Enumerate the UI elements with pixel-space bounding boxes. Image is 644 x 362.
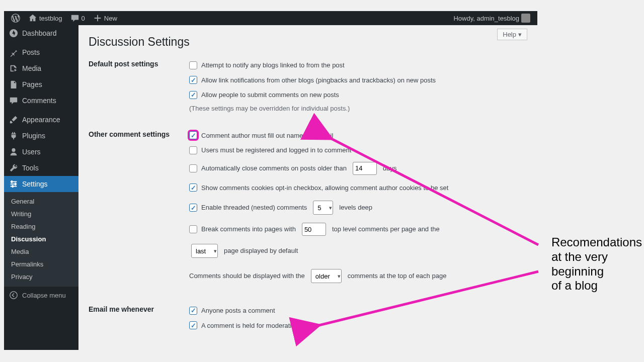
submenu-permalinks[interactable]: Permalinks <box>4 258 78 270</box>
checkbox-allow-comments[interactable] <box>189 91 197 99</box>
submenu-media[interactable]: Media <box>4 245 78 258</box>
media-icon <box>9 64 18 73</box>
svg-point-0 <box>10 292 17 299</box>
wordpress-icon <box>11 14 20 23</box>
page-title: Discussion Settings <box>89 25 527 58</box>
checkbox-notify-blogs[interactable] <box>189 61 197 69</box>
collapse-icon <box>9 291 18 300</box>
menu-label: Comments <box>22 97 56 105</box>
comments-link[interactable]: 0 <box>66 11 89 25</box>
submenu-privacy[interactable]: Privacy <box>4 270 78 283</box>
section-heading: Other comment settings <box>89 128 189 138</box>
select-thread-depth[interactable]: 5 <box>313 201 333 215</box>
input-autoclose-days[interactable] <box>353 162 377 175</box>
opt-label-post: levels deep <box>339 203 372 213</box>
annotation-text: Recomendations at the very beginning of … <box>551 235 642 293</box>
wrench-icon <box>9 163 18 172</box>
opt-label: Comment author must fill out name and em… <box>201 131 333 141</box>
section-other-comment: Other comment settings Comment author mu… <box>89 128 527 288</box>
collapse-label: Collapse menu <box>22 292 66 299</box>
menu-label: Media <box>22 64 41 72</box>
new-content-link[interactable]: New <box>89 11 121 25</box>
select-comment-order[interactable]: older <box>311 269 342 283</box>
collapse-menu[interactable]: Collapse menu <box>4 286 78 304</box>
checkbox-name-email[interactable] <box>189 131 197 139</box>
menu-label: Posts <box>22 48 40 56</box>
menu-comments[interactable]: Comments <box>4 93 78 109</box>
checkbox-email-anyone[interactable] <box>189 307 197 315</box>
opt-label: Allow link notifications from other blog… <box>201 75 436 85</box>
section-email: Email me whenever Anyone posts a comment… <box>89 303 527 333</box>
menu-settings[interactable]: Settings <box>4 176 78 192</box>
help-tab[interactable]: Help ▾ <box>497 29 527 40</box>
opt-label-post: page displayed by default <box>224 246 298 256</box>
menu-posts[interactable]: Posts <box>4 44 78 60</box>
opt-label-pre: Break comments into pages with <box>201 224 296 234</box>
opt-label-pre: Comments should be displayed with the <box>189 271 305 281</box>
my-account-link[interactable]: Howdy, admin_tesblog <box>449 11 534 25</box>
settings-submenu: General Writing Reading Discussion Media… <box>4 192 78 286</box>
opt-label-post: days <box>383 163 396 173</box>
greeting-label: Howdy, admin_tesblog <box>453 15 519 22</box>
opt-label-pre: Enable threaded (nested) comments <box>201 203 307 213</box>
submenu-discussion[interactable]: Discussion <box>4 233 78 245</box>
menu-label: Plugins <box>22 132 45 140</box>
dashboard-icon <box>9 29 18 38</box>
checkbox-cookies[interactable] <box>189 184 197 192</box>
comments-icon <box>9 96 18 105</box>
opt-label-mid: top level comments per page and the <box>332 224 440 234</box>
section-default-post: Default post settings Attempt to notify … <box>89 58 527 112</box>
menu-users[interactable]: Users <box>4 144 78 160</box>
wp-logo[interactable] <box>7 11 24 25</box>
menu-label: Dashboard <box>22 29 57 37</box>
menu-tools[interactable]: Tools <box>4 160 78 176</box>
checkbox-paginate[interactable] <box>189 225 197 233</box>
submenu-reading[interactable]: Reading <box>4 220 78 233</box>
plug-icon <box>9 131 18 140</box>
opt-label: Allow people to submit comments on new p… <box>201 90 339 100</box>
menu-media[interactable]: Media <box>4 60 78 76</box>
opt-label: Anyone posts a comment <box>201 306 275 316</box>
comments-count-label: 0 <box>82 15 85 22</box>
section-heading: Before a comment appears <box>89 349 189 350</box>
menu-label: Users <box>22 148 41 156</box>
input-comments-per-page[interactable] <box>302 223 326 236</box>
checkbox-pingback[interactable] <box>189 76 197 84</box>
menu-label: Appearance <box>22 116 60 124</box>
checkbox-email-held[interactable] <box>189 321 197 329</box>
sliders-icon <box>9 179 18 189</box>
menu-appearance[interactable]: Appearance <box>4 112 78 128</box>
content-area: Help ▾ Discussion Settings Default post … <box>78 25 537 350</box>
menu-plugins[interactable]: Plugins <box>4 128 78 144</box>
section-heading: Email me whenever <box>89 303 189 313</box>
brush-icon <box>9 115 18 124</box>
opt-label: Users must be registered and logged in t… <box>201 145 351 155</box>
pages-icon <box>9 80 18 89</box>
select-default-page[interactable]: last <box>191 244 218 258</box>
user-icon <box>9 147 18 156</box>
admin-sidebar: Dashboard Posts Media Pages Comments App… <box>4 25 78 350</box>
plus-icon <box>93 14 102 23</box>
help-label: Help <box>503 31 516 38</box>
section-before-appears: Before a comment appears Comment must be… <box>89 349 527 350</box>
new-label: New <box>104 15 117 22</box>
checkbox-autoclose[interactable] <box>189 164 197 172</box>
pin-icon <box>9 48 18 57</box>
submenu-general[interactable]: General <box>4 195 78 208</box>
menu-pages[interactable]: Pages <box>4 76 78 93</box>
checkbox-registered[interactable] <box>189 146 197 154</box>
menu-label: Settings <box>22 180 48 188</box>
opt-label-pre: Automatically close comments on posts ol… <box>201 163 347 173</box>
menu-label: Pages <box>22 80 42 88</box>
menu-dashboard[interactable]: Dashboard <box>4 25 78 41</box>
submenu-writing[interactable]: Writing <box>4 208 78 220</box>
menu-label: Tools <box>22 164 39 172</box>
override-note: (These settings may be overridden for in… <box>189 103 527 112</box>
home-icon <box>28 14 37 23</box>
opt-label: A comment is held for moderation <box>201 321 299 331</box>
site-name-link[interactable]: testblog <box>24 11 66 25</box>
chevron-down-icon: ▾ <box>518 31 522 38</box>
opt-label: Show comments cookies opt-in checkbox, a… <box>201 183 448 193</box>
checkbox-threaded[interactable] <box>189 204 197 212</box>
opt-label-post: comments at the top of each page <box>348 271 447 281</box>
